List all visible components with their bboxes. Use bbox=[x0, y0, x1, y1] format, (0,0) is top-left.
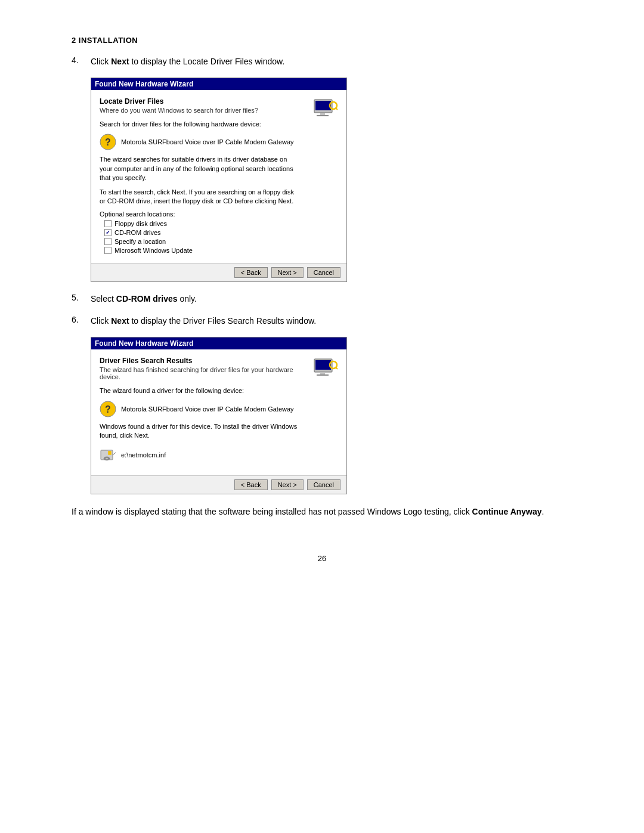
checkbox-specify-input[interactable] bbox=[104, 238, 112, 245]
wizard1-body: Locate Driver Files Where do you want Wi… bbox=[91, 90, 346, 264]
wizard2-icon-area bbox=[307, 357, 338, 467]
wizard1-content: Locate Driver Files Where do you want Wi… bbox=[100, 97, 301, 256]
wizard1-title: Locate Driver Files bbox=[100, 97, 301, 106]
wizard2-back-button[interactable]: < Back bbox=[234, 479, 268, 490]
step-number-5: 5. bbox=[72, 293, 86, 302]
checkbox-windowsupdate-label: Microsoft Windows Update bbox=[114, 247, 193, 254]
step-6-text: Click Next to display the Driver Files S… bbox=[91, 315, 316, 327]
checkbox-specify[interactable]: Specify a location bbox=[104, 238, 301, 245]
wizard2-driver-file: e:\netmotcm.inf bbox=[121, 451, 166, 459]
svg-line-20 bbox=[336, 368, 338, 370]
wizard1-next-button[interactable]: Next > bbox=[271, 267, 304, 278]
wizard1-subtitle: Where do you want Windows to search for … bbox=[100, 107, 301, 114]
wizard1-optional-label: Optional search locations: bbox=[100, 210, 301, 218]
step-6: 6. Click Next to display the Driver File… bbox=[72, 315, 572, 327]
wizard2-title: Driver Files Search Results bbox=[100, 357, 301, 365]
svg-line-7 bbox=[336, 109, 338, 110]
wizard2-content: Driver Files Search Results The wizard h… bbox=[100, 357, 301, 467]
svg-line-14 bbox=[113, 453, 116, 455]
wizard1-body-text1: Search for driver files for the followin… bbox=[100, 120, 301, 129]
checkbox-cdrom[interactable]: ✓ CD-ROM drives bbox=[104, 229, 301, 236]
svg-rect-16 bbox=[315, 360, 331, 370]
hardware-wizard-icon-2 bbox=[313, 358, 338, 383]
checkbox-cdrom-label: CD-ROM drives bbox=[114, 229, 161, 236]
footer-note: If a window is displayed stating that th… bbox=[72, 505, 572, 518]
wizard2-device-row: ? Motorola SURFboard Voice over IP Cable… bbox=[100, 401, 301, 417]
wizard2-body-text2: Windows found a driver for this device. … bbox=[100, 422, 301, 441]
checkbox-windowsupdate-input[interactable] bbox=[104, 247, 112, 254]
question-icon-2: ? bbox=[100, 401, 116, 417]
wizard2-titlebar: Found New Hardware Wizard bbox=[91, 337, 346, 349]
step-number-4: 4. bbox=[72, 55, 86, 65]
svg-rect-17 bbox=[320, 372, 325, 374]
section-heading: 2 INSTALLATION bbox=[72, 36, 572, 45]
step-5-text: Select CD-ROM drives only. bbox=[91, 293, 197, 305]
question-icon: ? bbox=[100, 134, 116, 150]
wizard2-cancel-button[interactable]: Cancel bbox=[307, 479, 340, 490]
wizard1-titlebar: Found New Hardware Wizard bbox=[91, 78, 346, 90]
svg-text:?: ? bbox=[105, 404, 111, 414]
step-5-bold: CD-ROM drives bbox=[116, 294, 178, 304]
step-6-bold: Next bbox=[111, 316, 129, 326]
svg-rect-13 bbox=[108, 451, 112, 455]
checkbox-floppy-label: Floppy disk drives bbox=[114, 220, 167, 227]
footer-note-bold: Continue Anyway bbox=[472, 507, 542, 516]
checkbox-floppy-input[interactable] bbox=[104, 220, 112, 227]
checkbox-specify-label: Specify a location bbox=[114, 238, 166, 245]
checkbox-cdrom-input[interactable]: ✓ bbox=[104, 229, 112, 236]
footer-note-text-before: If a window is displayed stating that th… bbox=[72, 507, 472, 516]
wizard1-device-name: Motorola SURFboard Voice over IP Cable M… bbox=[121, 138, 294, 145]
svg-rect-3 bbox=[315, 101, 331, 110]
step-number-6: 6. bbox=[72, 315, 86, 324]
svg-point-12 bbox=[106, 457, 108, 459]
step-5: 5. Select CD-ROM drives only. bbox=[72, 293, 572, 305]
step-4-text: Click Next to display the Locate Driver … bbox=[91, 55, 284, 68]
wizard2-container: Found New Hardware Wizard Driver Files S… bbox=[91, 337, 347, 494]
wizard2-device-name: Motorola SURFboard Voice over IP Cable M… bbox=[121, 405, 294, 413]
svg-rect-18 bbox=[317, 374, 329, 376]
svg-text:?: ? bbox=[105, 137, 111, 147]
wizard2-body: Driver Files Search Results The wizard h… bbox=[91, 349, 346, 475]
footer-note-text-after: . bbox=[542, 507, 544, 516]
wizard2-subtitle: The wizard has finished searching for dr… bbox=[100, 366, 301, 380]
checkmark-cdrom: ✓ bbox=[106, 230, 110, 236]
checkbox-windowsupdate[interactable]: Microsoft Windows Update bbox=[104, 247, 301, 254]
wizard1-body-text2: The wizard searches for suitable drivers… bbox=[100, 155, 301, 182]
wizard1-footer: < Back Next > Cancel bbox=[91, 264, 346, 281]
wizard2-next-button[interactable]: Next > bbox=[271, 479, 304, 490]
wizard2-driver-row: e:\netmotcm.inf bbox=[100, 447, 301, 463]
wizard1-cancel-button[interactable]: Cancel bbox=[307, 267, 340, 278]
wizard1-device-row: ? Motorola SURFboard Voice over IP Cable… bbox=[100, 134, 301, 150]
svg-rect-4 bbox=[320, 113, 325, 115]
wizard2-footer: < Back Next > Cancel bbox=[91, 476, 346, 494]
wizard1-container: Found New Hardware Wizard Locate Driver … bbox=[91, 78, 347, 282]
checkbox-floppy[interactable]: Floppy disk drives bbox=[104, 220, 301, 227]
wizard1-icon-area bbox=[307, 97, 338, 256]
svg-rect-5 bbox=[317, 115, 329, 116]
step-4: 4. Click Next to display the Locate Driv… bbox=[72, 55, 572, 68]
wizard1-back-button[interactable]: < Back bbox=[234, 267, 268, 278]
page-number: 26 bbox=[72, 554, 572, 563]
hardware-wizard-icon bbox=[313, 98, 338, 123]
disk-icon bbox=[100, 447, 116, 463]
step-4-bold: Next bbox=[111, 57, 129, 66]
wizard1-body-text3: To start the search, click Next. If you … bbox=[100, 188, 301, 206]
wizard2-body-text1: The wizard found a driver for the follow… bbox=[100, 386, 301, 395]
